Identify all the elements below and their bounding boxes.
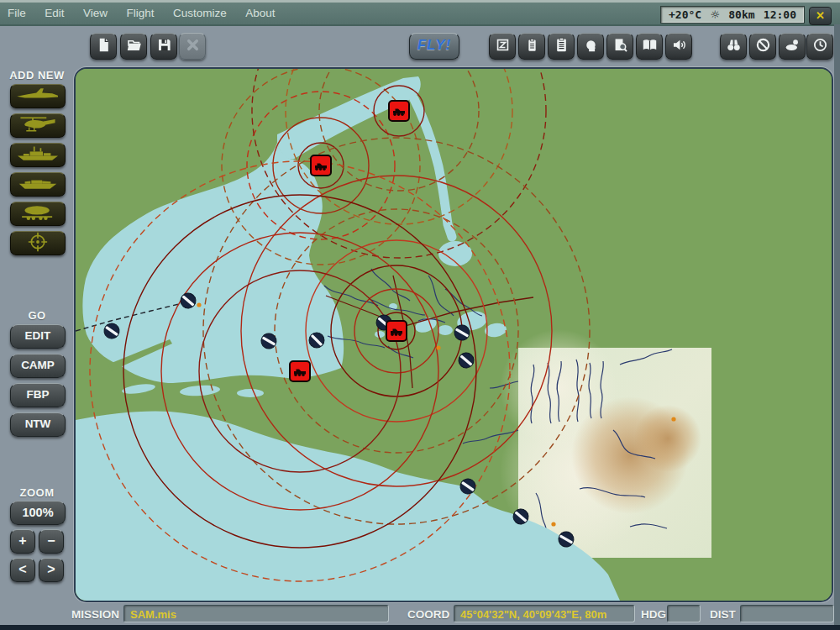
go-camp-button[interactable]: CAMP [10,354,66,378]
speaker-icon [671,37,687,56]
pilot-head-icon [583,37,599,56]
airplane-icon [13,85,62,108]
dist-label: DIST [710,608,736,621]
add-static-object-button[interactable] [10,231,66,255]
prohibition-icon [755,37,771,56]
briefing-clipboard-icon [524,37,540,56]
time-value: 12:00 [764,8,796,21]
open-mission-button[interactable] [120,33,147,60]
town-marker [197,302,201,307]
fly-button[interactable]: FLY! [409,33,459,60]
go-label: GO [0,309,74,322]
pan-left-button[interactable]: < [10,558,35,582]
close-mission-button [179,33,206,60]
add-ship-button[interactable] [10,143,66,167]
warship-icon [13,144,62,167]
dist-field [740,605,834,622]
mission-editor-window: File Edit View Flight Customize About +2… [0,0,840,630]
debriefing-button[interactable] [548,33,575,60]
binoculars-icon [726,37,742,56]
sound-button[interactable] [665,33,692,60]
hdg-label: HDG [641,608,666,621]
helicopter-icon [13,114,62,138]
close-x-icon [185,37,201,56]
floppy-disk-icon [156,37,172,56]
add-boat-button[interactable] [10,172,66,197]
menu-view[interactable]: View [76,3,115,19]
go-fbp-button[interactable]: FBP [10,383,66,407]
briefing-button[interactable] [518,33,545,60]
document-search-icon [612,37,628,56]
records-button[interactable] [606,33,633,60]
zoom-label: ZOOM [0,486,74,499]
sam-site-icon[interactable] [290,361,310,381]
menu-edit[interactable]: Edit [37,3,71,19]
time-button[interactable] [806,33,833,60]
search-button[interactable] [720,33,747,60]
pilot-log-button[interactable] [577,33,604,60]
window-right-edge [834,24,840,625]
clock-icon [812,37,828,56]
go-edit-button[interactable]: EDIT [10,324,66,349]
sam-site-icon[interactable] [386,321,407,341]
target-crosshair-icon [13,232,62,255]
save-mission-button[interactable] [150,33,177,60]
menu-bar: File Edit View Flight Customize About +2… [0,3,840,26]
sun-icon: ☼ [710,8,720,21]
zoom-out-button[interactable]: − [39,529,64,554]
temperature-value: +20°C [669,8,701,21]
town-marker [436,345,440,349]
coord-field: 45°04'32"N, 40°09'43"E, 80m [454,605,635,622]
mission-map[interactable] [74,67,833,602]
train-tank-car-icon [13,202,62,226]
sam-site-icon[interactable] [389,101,409,121]
new-mission-button[interactable] [90,33,117,60]
add-airplane-button[interactable] [10,84,66,108]
weather-time-display: +20°C ☼ 80km 12:00 [660,6,805,24]
encyclopedia-button[interactable] [636,33,663,60]
window-bottom-edge [0,625,840,630]
cloud-sun-icon [785,37,801,56]
debriefing-clipboard-icon [554,37,570,56]
menu-about[interactable]: About [238,3,282,19]
timer-icon [495,37,511,56]
boat-icon [13,173,62,197]
visibility-value: 80km [728,8,754,21]
town-marker [671,417,675,421]
open-book-icon [642,37,658,56]
coord-label: COORD [407,608,449,621]
pan-right-button[interactable]: > [39,558,64,582]
menu-flight[interactable]: Flight [118,3,161,19]
mission-field[interactable]: SAM.mis [123,605,389,622]
restrictions-button[interactable] [749,33,776,60]
new-document-icon [96,37,112,56]
add-helicopter-button[interactable] [10,113,66,138]
menu-file[interactable]: File [0,3,34,19]
menu-customize[interactable]: Customize [165,3,234,19]
zoom-in-button[interactable]: + [10,529,35,554]
open-folder-icon [126,37,142,56]
window-close-button[interactable]: ✕ [809,7,832,25]
timer-button[interactable] [489,33,516,60]
town-marker [551,522,555,526]
add-new-label: ADD NEW [0,69,74,81]
go-ntw-button[interactable]: NTW [10,412,66,437]
weather-button[interactable] [779,33,806,60]
mission-label: MISSION [71,608,119,621]
zoom-level-button[interactable]: 100% [10,501,66,525]
map-canvas [76,69,832,601]
add-train-button[interactable] [10,202,66,226]
sam-site-icon[interactable] [311,155,331,176]
hdg-field [667,605,701,622]
